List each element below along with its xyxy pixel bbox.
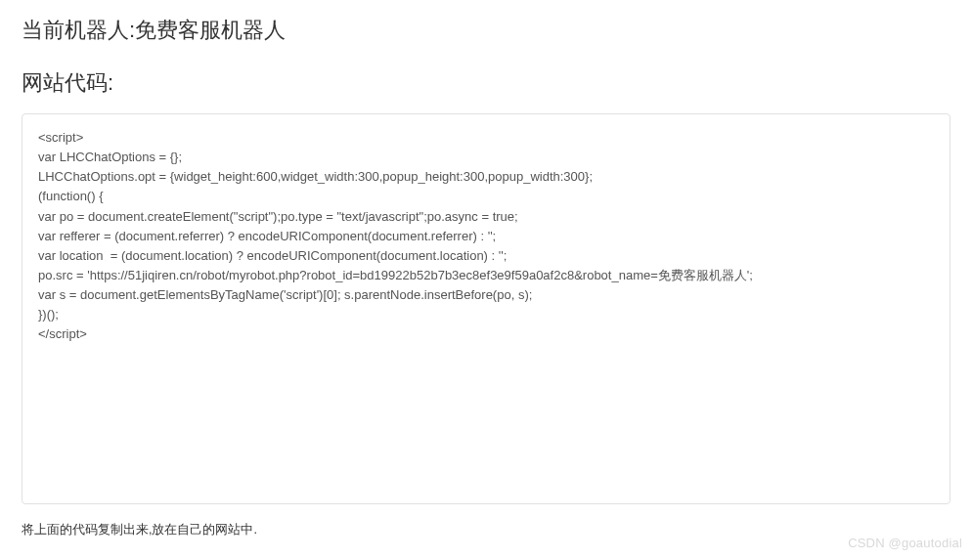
section-title: 网站代码: bbox=[0, 55, 972, 108]
page-title: 当前机器人:免费客服机器人 bbox=[0, 0, 972, 55]
watermark: CSDN @goautodial bbox=[848, 536, 962, 550]
code-box[interactable]: <script> var LHCChatOptions = {}; LHCCha… bbox=[22, 113, 950, 504]
instruction-text: 将上面的代码复制出来,放在自己的网站中. bbox=[0, 512, 972, 548]
code-content[interactable]: <script> var LHCChatOptions = {}; LHCCha… bbox=[38, 128, 934, 345]
